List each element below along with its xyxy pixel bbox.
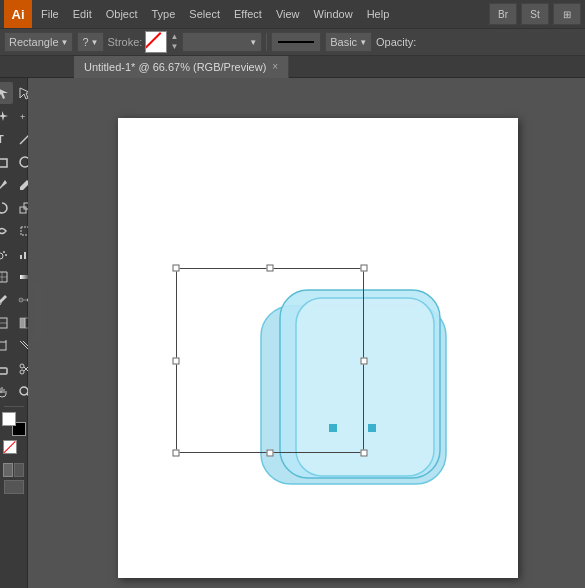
svg-rect-3	[0, 159, 7, 167]
type-tool[interactable]: T	[0, 128, 13, 150]
handle-top-middle[interactable]	[267, 265, 274, 272]
svg-point-30	[20, 370, 24, 374]
svg-rect-11	[20, 255, 22, 259]
hand-tool[interactable]	[0, 381, 13, 403]
menu-type[interactable]: Type	[145, 4, 183, 24]
left-toolbar: + T	[0, 78, 28, 588]
stroke-label: Stroke:	[108, 36, 143, 48]
pen-tool[interactable]	[0, 105, 13, 127]
mesh-tool[interactable]	[0, 266, 13, 288]
stroke-fill-icon[interactable]	[3, 440, 25, 460]
menu-edit[interactable]: Edit	[66, 4, 99, 24]
draw-mode-section	[3, 463, 24, 477]
menu-bar: File Edit Object Type Select Effect View…	[34, 4, 487, 24]
menu-file[interactable]: File	[34, 4, 66, 24]
title-bar: Ai File Edit Object Type Select Effect V…	[0, 0, 585, 28]
svg-point-17	[0, 301, 1, 305]
handle-bottom-middle[interactable]	[267, 450, 274, 457]
svg-rect-21	[20, 318, 25, 328]
draw-normal-icon[interactable]	[3, 463, 13, 477]
svg-rect-5	[20, 207, 26, 213]
color-swatches-section	[2, 412, 26, 436]
svg-text:+: +	[20, 112, 25, 122]
symbol-sprayer-tool[interactable]	[0, 243, 13, 265]
paintbrush-tool[interactable]	[0, 174, 13, 196]
svg-rect-12	[24, 252, 26, 259]
svg-rect-23	[0, 342, 6, 350]
options-toolbar: Rectangle ▼ ? ▼ Stroke: ▲ ▼ ▼ Basic ▼	[0, 28, 585, 56]
selector-tool[interactable]	[0, 82, 13, 104]
opacity-label: Opacity:	[376, 36, 416, 48]
rect-tool[interactable]	[0, 151, 13, 173]
selection-border	[176, 268, 364, 453]
stroke-section: Stroke: ▲ ▼	[108, 31, 179, 53]
sep1	[266, 33, 267, 51]
stroke-dropdown[interactable]: ▼	[182, 32, 262, 52]
stroke-line-inner	[278, 41, 314, 43]
menu-effect[interactable]: Effect	[227, 4, 269, 24]
svg-point-9	[3, 251, 5, 253]
document-tab[interactable]: Untitled-1* @ 66.67% (RGB/Preview) ×	[74, 56, 289, 78]
handle-middle-right[interactable]	[361, 357, 368, 364]
handle-bottom-left[interactable]	[173, 450, 180, 457]
selection-handles	[176, 268, 364, 453]
menu-select[interactable]: Select	[182, 4, 227, 24]
title-bar-right: Br St ⊞	[489, 3, 581, 25]
draw-behind-icon[interactable]	[14, 463, 24, 477]
svg-text:T: T	[0, 133, 4, 145]
rotate-tool[interactable]	[0, 197, 13, 219]
svg-point-33	[20, 387, 28, 395]
main-area: + T	[0, 78, 585, 588]
stroke-color-swatch[interactable]	[145, 31, 167, 53]
br-button[interactable]: Br	[489, 3, 517, 25]
handle-bottom-right[interactable]	[361, 450, 368, 457]
menu-object[interactable]: Object	[99, 4, 145, 24]
toolbar-divider	[4, 406, 24, 407]
handle-middle-left[interactable]	[173, 357, 180, 364]
handle-top-left[interactable]	[173, 265, 180, 272]
shape-arrow: ▼	[91, 38, 99, 47]
doc-tab-close[interactable]: ×	[272, 61, 278, 72]
scroll-indicator[interactable]	[33, 282, 41, 342]
shape-icon: ?	[82, 36, 88, 48]
svg-point-18	[19, 298, 23, 302]
svg-point-29	[20, 364, 24, 368]
svg-rect-28	[0, 368, 7, 374]
shape-tool-label: Rectangle	[9, 36, 59, 48]
menu-window[interactable]: Window	[307, 4, 360, 24]
st-button[interactable]: St	[521, 3, 549, 25]
shape-tool-selector[interactable]: Rectangle ▼	[4, 32, 73, 52]
foreground-color-swatch[interactable]	[2, 412, 16, 426]
svg-point-10	[5, 254, 7, 256]
doc-tab-bar: Untitled-1* @ 66.67% (RGB/Preview) ×	[0, 56, 585, 78]
menu-view[interactable]: View	[269, 4, 307, 24]
stroke-arrows[interactable]: ▲ ▼	[170, 32, 178, 52]
stroke-line-preview[interactable]	[271, 32, 321, 52]
eraser-tool[interactable]	[0, 358, 13, 380]
canvas-area[interactable]	[28, 78, 585, 588]
menu-help[interactable]: Help	[360, 4, 397, 24]
doc-tab-title: Untitled-1* @ 66.67% (RGB/Preview)	[84, 61, 266, 73]
basic-label: Basic	[330, 36, 357, 48]
shape-options[interactable]: ? ▼	[77, 32, 103, 52]
grid-button[interactable]: ⊞	[553, 3, 581, 25]
artboard-tool[interactable]	[0, 335, 13, 357]
warp-tool[interactable]	[0, 220, 13, 242]
basic-select[interactable]: Basic ▼	[325, 32, 372, 52]
shape-tool-arrow: ▼	[61, 38, 69, 47]
ai-logo: Ai	[4, 0, 32, 28]
eyedropper-tool[interactable]	[0, 289, 13, 311]
screen-mode-icon[interactable]	[4, 480, 24, 494]
svg-point-8	[0, 253, 3, 259]
handle-top-right[interactable]	[361, 265, 368, 272]
live-paint-tool[interactable]	[0, 312, 13, 334]
